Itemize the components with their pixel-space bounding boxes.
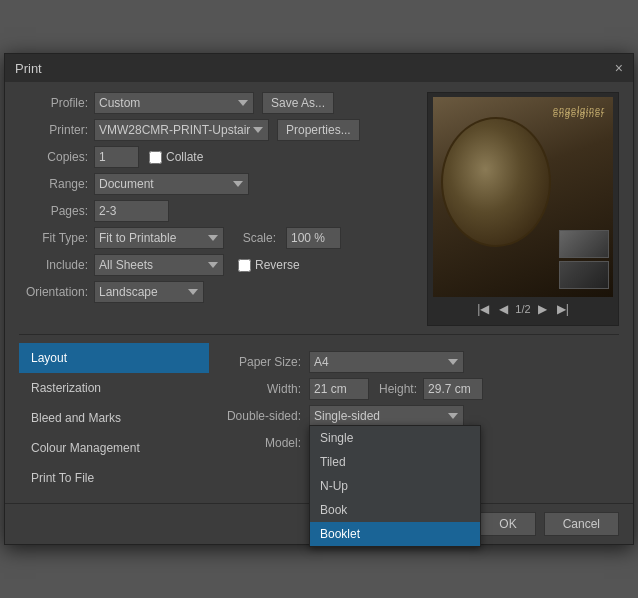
left-panel: Layout Rasterization Bleed and Marks Col… bbox=[19, 343, 209, 493]
profile-select[interactable]: Custom bbox=[94, 92, 254, 114]
watch-circle bbox=[441, 117, 551, 247]
thumbnails bbox=[559, 230, 609, 289]
copies-label: Copies: bbox=[19, 150, 94, 164]
reverse-checkbox-label: Reverse bbox=[238, 258, 300, 272]
dropdown-item-single[interactable]: Single bbox=[310, 426, 480, 450]
include-label: Include: bbox=[19, 258, 94, 272]
preview-area: engelginer |◀ ◀ 1/2 ▶ ▶| bbox=[427, 92, 619, 326]
collate-checkbox-label: Collate bbox=[149, 150, 203, 164]
include-row: Include: All Sheets Reverse bbox=[19, 254, 417, 276]
width-height-row: Width: Height: bbox=[219, 378, 609, 400]
scale-label: Scale: bbox=[240, 231, 280, 245]
preview-last-btn[interactable]: ▶| bbox=[554, 301, 572, 317]
ok-button[interactable]: OK bbox=[480, 512, 535, 536]
print-dialog: Print × Profile: Custom Save As... Print… bbox=[4, 53, 634, 545]
reverse-checkbox[interactable] bbox=[238, 259, 251, 272]
bottom-section: Layout Rasterization Bleed and Marks Col… bbox=[19, 343, 619, 493]
fittype-row: Fit Type: Fit to Printable Scale: bbox=[19, 227, 417, 249]
dropdown-item-booklet[interactable]: Booklet bbox=[310, 522, 480, 546]
save-as-button[interactable]: Save As... bbox=[262, 92, 334, 114]
profile-label: Profile: bbox=[19, 96, 94, 110]
printer-label: Printer: bbox=[19, 123, 94, 137]
collate-checkbox[interactable] bbox=[149, 151, 162, 164]
pages-label: Pages: bbox=[19, 204, 94, 218]
pages-input[interactable] bbox=[94, 200, 169, 222]
range-row: Range: Document bbox=[19, 173, 417, 195]
separator bbox=[19, 334, 619, 335]
properties-button[interactable]: Properties... bbox=[277, 119, 360, 141]
preview-prev-btn[interactable]: ◀ bbox=[496, 301, 511, 317]
paper-size-label: Paper Size: bbox=[219, 355, 309, 369]
double-sided-label: Double-sided: bbox=[219, 409, 309, 423]
double-sided-row: Double-sided: Single-sided bbox=[219, 405, 609, 427]
printer-select[interactable]: VMW28CMR-PRINT-UpstairsCLX-925 bbox=[94, 119, 269, 141]
sidebar-item-bleed-marks[interactable]: Bleed and Marks bbox=[19, 403, 209, 433]
fittype-select[interactable]: Fit to Printable bbox=[94, 227, 224, 249]
paper-size-row: Paper Size: A4 bbox=[219, 351, 609, 373]
dialog-title: Print bbox=[15, 61, 42, 76]
sidebar-item-print-to-file[interactable]: Print To File bbox=[19, 463, 209, 493]
watermark-text: engelginer bbox=[553, 105, 605, 115]
dialog-body: Profile: Custom Save As... Printer: VMW2… bbox=[5, 82, 633, 503]
dropdown-item-tiled[interactable]: Tiled bbox=[310, 450, 480, 474]
orientation-row: Orientation: Landscape bbox=[19, 281, 417, 303]
right-panel: Paper Size: A4 Width: Height: Double-sid… bbox=[209, 343, 619, 493]
scale-row: Scale: bbox=[240, 227, 341, 249]
dropdown-item-nup[interactable]: N-Up bbox=[310, 474, 480, 498]
cancel-button[interactable]: Cancel bbox=[544, 512, 619, 536]
height-label: Height: bbox=[379, 382, 417, 396]
orientation-label: Orientation: bbox=[19, 285, 94, 299]
profile-row: Profile: Custom Save As... bbox=[19, 92, 417, 114]
range-label: Range: bbox=[19, 177, 94, 191]
preview-navigation: |◀ ◀ 1/2 ▶ ▶| bbox=[474, 297, 572, 321]
preview-image: engelginer bbox=[433, 97, 613, 297]
scale-input[interactable] bbox=[286, 227, 341, 249]
top-section: Profile: Custom Save As... Printer: VMW2… bbox=[19, 92, 619, 326]
dropdown-item-book[interactable]: Book bbox=[310, 498, 480, 522]
sidebar-item-rasterization[interactable]: Rasterization bbox=[19, 373, 209, 403]
title-bar: Print × bbox=[5, 54, 633, 82]
copies-row: Copies: 1 Collate bbox=[19, 146, 417, 168]
preview-watch-bg: engelginer bbox=[433, 97, 613, 297]
sidebar-item-colour-management[interactable]: Colour Management bbox=[19, 433, 209, 463]
preview-next-btn[interactable]: ▶ bbox=[535, 301, 550, 317]
model-label: Model: bbox=[219, 436, 309, 450]
page-indicator: 1/2 bbox=[515, 303, 530, 315]
width-label: Width: bbox=[219, 382, 309, 396]
preview-first-btn[interactable]: |◀ bbox=[474, 301, 492, 317]
include-select[interactable]: All Sheets bbox=[94, 254, 224, 276]
close-button[interactable]: × bbox=[615, 60, 623, 76]
paper-size-select[interactable]: A4 bbox=[309, 351, 464, 373]
model-dropdown-menu: Single Tiled N-Up Book Booklet bbox=[309, 425, 481, 547]
copies-input[interactable]: 1 bbox=[94, 146, 139, 168]
double-sided-select[interactable]: Single-sided bbox=[309, 405, 464, 427]
printer-row: Printer: VMW28CMR-PRINT-UpstairsCLX-925 … bbox=[19, 119, 417, 141]
orientation-select[interactable]: Landscape bbox=[94, 281, 204, 303]
height-input[interactable] bbox=[423, 378, 483, 400]
range-select[interactable]: Document bbox=[94, 173, 249, 195]
form-area: Profile: Custom Save As... Printer: VMW2… bbox=[19, 92, 417, 326]
width-input[interactable] bbox=[309, 378, 369, 400]
pages-row: Pages: bbox=[19, 200, 417, 222]
fittype-label: Fit Type: bbox=[19, 231, 94, 245]
sidebar-item-layout[interactable]: Layout bbox=[19, 343, 209, 373]
